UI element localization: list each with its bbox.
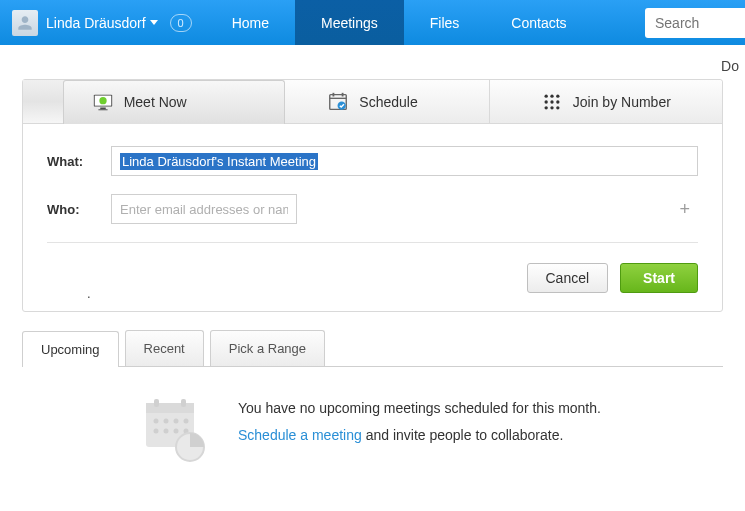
nav-meetings[interactable]: Meetings — [295, 0, 404, 45]
monitor-icon — [92, 91, 114, 113]
svg-rect-20 — [146, 403, 194, 413]
svg-point-26 — [184, 419, 189, 424]
user-name-label: Linda Dräusdorf — [46, 15, 146, 31]
tab-upcoming-label: Upcoming — [41, 342, 100, 357]
cancel-button[interactable]: Cancel — [527, 263, 609, 293]
what-input[interactable]: Linda Dräusdorf's Instant Meeting — [111, 146, 698, 176]
svg-rect-8 — [342, 92, 344, 96]
notification-count[interactable]: 0 — [170, 14, 192, 32]
divider — [47, 242, 698, 243]
nav-home-label: Home — [232, 15, 269, 31]
tab-upcoming[interactable]: Upcoming — [22, 331, 119, 367]
dialpad-icon — [541, 91, 563, 113]
svg-rect-7 — [333, 92, 335, 96]
svg-rect-2 — [100, 107, 106, 109]
button-row: Cancel Start — [23, 263, 722, 311]
schedule-meeting-link[interactable]: Schedule a meeting — [238, 427, 362, 443]
svg-point-18 — [556, 106, 559, 109]
user-block: Linda Dräusdorf 0 — [0, 0, 206, 45]
svg-point-24 — [164, 419, 169, 424]
svg-rect-3 — [98, 109, 107, 110]
svg-rect-21 — [154, 399, 159, 407]
nav-files[interactable]: Files — [404, 0, 486, 45]
notification-count-label: 0 — [178, 17, 184, 29]
empty-state: You have no upcoming meetings scheduled … — [22, 367, 723, 465]
svg-point-17 — [550, 106, 553, 109]
user-menu[interactable]: Linda Dräusdorf — [46, 15, 158, 31]
svg-point-29 — [174, 429, 179, 434]
meeting-form: What: Linda Dräusdorf's Instant Meeting … — [23, 124, 722, 263]
svg-point-27 — [154, 429, 159, 434]
empty-line2-rest: and invite people to collaborate. — [362, 427, 564, 443]
svg-point-4 — [99, 96, 106, 103]
svg-point-14 — [550, 100, 553, 103]
empty-line1: You have no upcoming meetings scheduled … — [238, 395, 601, 422]
search-input[interactable] — [645, 8, 745, 38]
top-nav: Linda Dräusdorf 0 Home Meetings Files Co… — [0, 0, 745, 45]
nav-home[interactable]: Home — [206, 0, 295, 45]
meetings-list-section: Upcoming Recent Pick a Range You have no… — [22, 330, 723, 465]
nav-meetings-label: Meetings — [321, 15, 378, 31]
svg-point-12 — [556, 94, 559, 97]
add-person-button[interactable]: + — [679, 199, 690, 220]
what-label: What: — [47, 154, 111, 169]
tab-meet-now[interactable]: Meet Now — [23, 80, 256, 123]
tab-join-by-number[interactable]: Join by Number — [490, 80, 722, 123]
list-tabs: Upcoming Recent Pick a Range — [22, 330, 723, 367]
svg-point-25 — [174, 419, 179, 424]
svg-point-11 — [550, 94, 553, 97]
tab-recent[interactable]: Recent — [125, 330, 204, 366]
tab-join-label: Join by Number — [573, 94, 671, 110]
svg-point-10 — [544, 94, 547, 97]
svg-point-13 — [544, 100, 547, 103]
meeting-card: Meet Now Schedule Join by Number What: L… — [22, 79, 723, 312]
nav-contacts[interactable]: Contacts — [485, 0, 592, 45]
stray-dot: . — [87, 286, 91, 301]
calendar-icon — [327, 91, 349, 113]
empty-state-text: You have no upcoming meetings scheduled … — [238, 395, 601, 448]
tab-meet-now-label: Meet Now — [124, 94, 187, 110]
who-input[interactable] — [111, 194, 297, 224]
svg-point-16 — [544, 106, 547, 109]
person-icon — [15, 13, 35, 33]
nav-contacts-label: Contacts — [511, 15, 566, 31]
meeting-mode-tabs: Meet Now Schedule Join by Number — [23, 80, 722, 124]
svg-point-28 — [164, 429, 169, 434]
tab-pick-range[interactable]: Pick a Range — [210, 330, 325, 366]
tab-schedule-label: Schedule — [359, 94, 417, 110]
calendar-ghost-icon — [142, 395, 212, 465]
svg-point-23 — [154, 419, 159, 424]
start-button-label: Start — [643, 270, 675, 286]
search-wrap — [645, 0, 745, 45]
svg-point-15 — [556, 100, 559, 103]
tab-recent-label: Recent — [144, 341, 185, 356]
start-button[interactable]: Start — [620, 263, 698, 293]
truncated-text: Do — [721, 58, 739, 74]
nav-files-label: Files — [430, 15, 460, 31]
svg-rect-22 — [181, 399, 186, 407]
cancel-button-label: Cancel — [546, 270, 590, 286]
tab-pick-range-label: Pick a Range — [229, 341, 306, 356]
what-input-value: Linda Dräusdorf's Instant Meeting — [120, 153, 318, 170]
chevron-down-icon — [150, 20, 158, 25]
who-label: Who: — [47, 202, 111, 217]
tab-schedule[interactable]: Schedule — [256, 80, 489, 123]
avatar[interactable] — [12, 10, 38, 36]
